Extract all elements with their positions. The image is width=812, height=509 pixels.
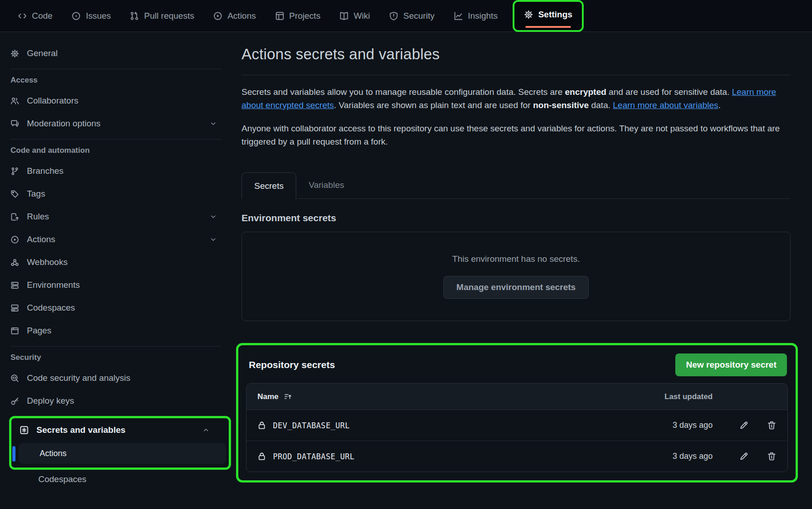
tab-variables[interactable]: Variables bbox=[296, 172, 356, 198]
graph-icon bbox=[454, 11, 463, 21]
sidebar-item-branches[interactable]: Branches bbox=[0, 160, 233, 182]
tab-secrets[interactable]: Secrets bbox=[242, 172, 296, 199]
intro-paragraph-2: Anyone with collaborator access to this … bbox=[242, 122, 791, 148]
title-divider bbox=[242, 75, 791, 75]
environment-secrets-heading: Environment secrets bbox=[242, 213, 791, 223]
tab-insights-label: Insights bbox=[468, 11, 498, 21]
tab-wiki[interactable]: Wiki bbox=[333, 5, 377, 27]
shield-icon bbox=[389, 11, 398, 21]
lock-icon bbox=[257, 452, 266, 461]
active-tab-underline bbox=[525, 26, 571, 28]
repo-nav: Code Issues Pull requests Actions Projec… bbox=[0, 0, 812, 32]
sidebar-item-label: Deploy keys bbox=[27, 396, 74, 406]
browser-icon bbox=[10, 327, 19, 335]
sort-ascending-icon[interactable] bbox=[284, 393, 292, 400]
sidebar-item-label: Codespaces bbox=[27, 303, 75, 313]
sidebar-item-environments[interactable]: Environments bbox=[0, 274, 233, 296]
secrets-annotation-box: Secrets and variables Actions bbox=[9, 416, 231, 470]
sidebar-item-pages[interactable]: Pages bbox=[0, 319, 233, 342]
selected-item-accent-bar bbox=[12, 446, 15, 462]
sidebar-item-label: Branches bbox=[27, 166, 63, 176]
sidebar-item-secrets-and-variables[interactable]: Secrets and variables bbox=[11, 419, 226, 441]
page-title: Actions secrets and variables bbox=[242, 46, 791, 63]
page-body: General Access Collaborators Moderation … bbox=[0, 32, 812, 484]
gear-icon bbox=[10, 49, 19, 58]
tab-pull-requests[interactable]: Pull requests bbox=[123, 5, 201, 27]
sidebar-item-tags[interactable]: Tags bbox=[0, 182, 233, 205]
github-repo-settings-page: Code Issues Pull requests Actions Projec… bbox=[0, 0, 812, 484]
new-repository-secret-button[interactable]: New repository secret bbox=[675, 353, 787, 376]
sidebar-item-collaborators[interactable]: Collaborators bbox=[0, 89, 233, 112]
sidebar-divider bbox=[10, 346, 221, 347]
sidebar-item-rules[interactable]: Rules bbox=[0, 205, 233, 228]
tab-pull-requests-label: Pull requests bbox=[144, 11, 194, 21]
tab-settings[interactable]: Settings bbox=[517, 4, 579, 26]
sidebar-item-codespaces[interactable]: Codespaces bbox=[0, 296, 233, 319]
tab-projects[interactable]: Projects bbox=[268, 5, 328, 27]
asterisk-box-icon bbox=[20, 426, 29, 435]
play-circle-icon bbox=[10, 235, 19, 244]
chevron-up-icon bbox=[202, 426, 210, 434]
delete-secret-button[interactable] bbox=[767, 421, 776, 430]
intro-text-segment: Secrets and variables allow you to manag… bbox=[242, 87, 565, 97]
sidebar-divider bbox=[10, 139, 221, 140]
tag-icon bbox=[10, 190, 19, 198]
environment-empty-message: This environment has no secrets. bbox=[452, 254, 580, 264]
sidebar-item-label: Environments bbox=[27, 280, 80, 290]
intro-paragraph-1: Secrets and variables allow you to manag… bbox=[242, 85, 791, 112]
git-branch-icon bbox=[10, 167, 19, 176]
repository-secrets-table: Name Last updated bbox=[246, 383, 788, 472]
table-row: DEV_DATABASE_URL 3 days ago bbox=[247, 410, 787, 441]
intro-bold-encrypted: encrypted bbox=[565, 87, 606, 97]
trash-icon bbox=[767, 452, 776, 461]
repository-secrets-heading: Repository secrets bbox=[249, 359, 335, 370]
tab-issues[interactable]: Issues bbox=[65, 5, 118, 27]
key-icon bbox=[10, 397, 19, 405]
chevron-down-icon bbox=[210, 236, 217, 243]
tab-actions[interactable]: Actions bbox=[206, 5, 262, 27]
link-variables[interactable]: Learn more about variables bbox=[613, 100, 718, 110]
secret-updated: 3 days ago bbox=[640, 452, 713, 461]
environment-secrets-box: This environment has no secrets. Manage … bbox=[242, 232, 791, 321]
edit-secret-button[interactable] bbox=[739, 421, 749, 430]
name-header-label: Name bbox=[257, 392, 278, 401]
book-icon bbox=[339, 11, 349, 21]
chevron-down-icon bbox=[210, 120, 217, 127]
sidebar-item-label: Rules bbox=[27, 212, 49, 222]
sidebar-section-access: Access bbox=[0, 76, 233, 85]
sidebar-item-label: Tags bbox=[27, 189, 45, 199]
codespaces-icon bbox=[10, 304, 19, 312]
rules-icon bbox=[10, 213, 19, 221]
lock-icon bbox=[257, 421, 266, 430]
last-updated-column-header: Last updated bbox=[640, 392, 713, 401]
sidebar-divider bbox=[10, 69, 221, 69]
codescan-icon bbox=[10, 374, 19, 383]
gear-icon bbox=[524, 10, 533, 19]
delete-secret-button[interactable] bbox=[767, 452, 776, 461]
sidebar-section-security: Security bbox=[0, 353, 233, 362]
secret-name: PROD_DATABASE_URL bbox=[273, 452, 355, 461]
secrets-subnav: Actions bbox=[11, 443, 226, 464]
tab-code[interactable]: Code bbox=[11, 5, 59, 27]
sidebar-item-code-security[interactable]: Code security and analysis bbox=[0, 367, 233, 390]
sidebar-item-moderation-options[interactable]: Moderation options bbox=[0, 112, 233, 135]
edit-secret-button[interactable] bbox=[739, 452, 749, 461]
name-column-header: Name bbox=[257, 392, 640, 401]
manage-environment-secrets-button[interactable]: Manage environment secrets bbox=[443, 276, 589, 299]
sidebar-item-label: Pages bbox=[27, 326, 51, 336]
sidebar-item-actions[interactable]: Actions bbox=[0, 228, 233, 251]
sidebar-item-deploy-keys[interactable]: Deploy keys bbox=[0, 390, 233, 412]
secret-name: DEV_DATABASE_URL bbox=[273, 421, 350, 430]
repository-secrets-annotation-box: Repository secrets New repository secret… bbox=[236, 343, 798, 483]
sidebar-item-webhooks[interactable]: Webhooks bbox=[0, 251, 233, 274]
tab-actions-label: Actions bbox=[227, 11, 256, 21]
sidebar-item-general[interactable]: General bbox=[0, 42, 233, 65]
sidebar-subitem-codespaces[interactable]: Codespaces bbox=[38, 474, 233, 484]
tab-insights[interactable]: Insights bbox=[447, 5, 504, 27]
secret-updated: 3 days ago bbox=[640, 421, 713, 430]
sidebar-subitem-actions-selected[interactable]: Actions bbox=[19, 443, 226, 464]
table-header-row: Name Last updated bbox=[247, 384, 787, 410]
intro-text-segment: . bbox=[718, 100, 720, 110]
tab-issues-label: Issues bbox=[86, 11, 111, 21]
tab-security[interactable]: Security bbox=[382, 5, 442, 27]
